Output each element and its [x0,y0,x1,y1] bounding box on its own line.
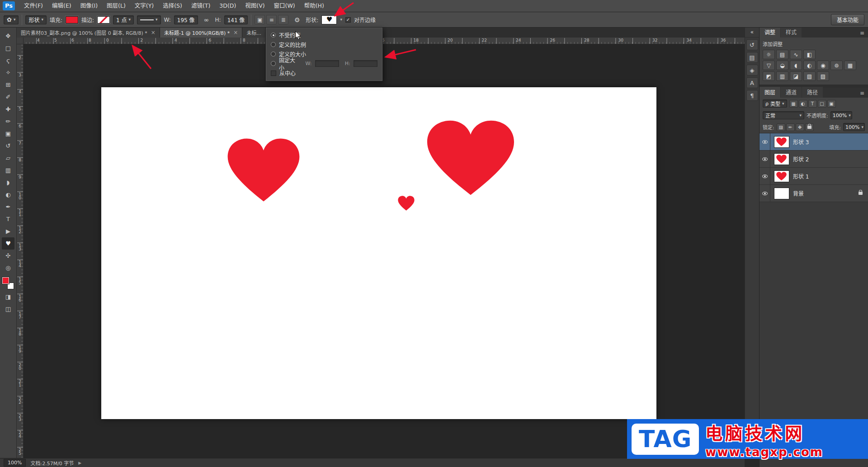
path-selection-tool[interactable]: ▶ [2,225,14,237]
tab-adjustments[interactable]: 调整 [760,27,780,38]
character-panel-icon[interactable]: A [746,77,758,88]
geometry-option[interactable]: 固定大小W:H: [266,59,382,68]
layer-thumbnail[interactable] [774,153,789,165]
stroke-color-swatch[interactable] [97,16,110,24]
custom-shape-tool[interactable]: ♥ [2,237,14,250]
fill-color-swatch[interactable] [66,16,78,24]
black-white-icon[interactable]: ◐ [803,61,816,70]
menu-item[interactable]: 图像(I) [76,0,102,12]
geometry-option[interactable]: 定义的比例 [266,40,382,49]
opacity-input[interactable]: 100% ▾ [830,111,852,119]
layer-row[interactable]: 形状 1 [760,168,868,185]
invert-icon[interactable]: ◩ [763,71,775,81]
tool-mode-select[interactable]: 形状 ▾ [25,15,47,24]
quick-mask-button[interactable]: ◨ [2,291,14,303]
document-tab[interactable]: 图片素材03_副本.png @ 100% (图层 0 副本, RGB/8) *× [17,28,160,38]
blend-mode-select[interactable]: 正常 ▾ [763,111,804,119]
visibility-toggle[interactable] [760,133,770,150]
color-balance-icon[interactable]: ◖ [790,61,802,70]
dodge-tool[interactable]: ◐ [2,189,14,201]
rectangular-marquee-tool[interactable]: □ [2,42,14,54]
eraser-tool[interactable]: ▱ [2,152,14,164]
canvas-viewport[interactable] [24,44,745,458]
radio-icon[interactable] [271,52,276,57]
vibrance-icon[interactable]: ▽ [763,61,775,70]
lock-all-icon[interactable] [805,123,814,131]
screen-mode-button[interactable]: ◫ [2,303,14,315]
foreground-background-swatches[interactable] [2,277,14,289]
lock-position-icon[interactable]: ✥ [796,123,804,131]
shape-picker[interactable]: ♥ [321,15,337,24]
channel-mixer-icon[interactable]: ⊚ [830,61,843,70]
crop-tool[interactable]: ⊞ [2,79,14,91]
visibility-toggle[interactable] [760,185,770,202]
layer-thumbnail[interactable] [774,136,789,148]
panel-menu-icon[interactable]: ≡ [856,28,868,38]
layer-row[interactable]: 形状 2 [760,151,868,168]
photo-filter-icon[interactable]: ◉ [817,61,829,70]
path-alignment-button[interactable]: ≡ [266,15,277,24]
menu-item[interactable]: 滤镜(T) [187,0,215,12]
menu-item[interactable]: 选择(S) [158,0,187,12]
close-icon[interactable]: × [233,29,238,36]
checkbox-icon[interactable] [271,71,276,76]
lasso-tool[interactable]: ϛ [2,54,14,66]
paragraph-panel-icon[interactable]: ¶ [746,90,758,101]
expand-panels-button[interactable]: « [745,28,759,38]
clone-stamp-tool[interactable]: ▣ [2,127,14,140]
type-tool[interactable]: T [2,213,14,225]
brush-tool[interactable]: ✏ [2,115,14,127]
layer-row[interactable]: 背景 [760,185,868,202]
menu-item[interactable]: 文件(F) [19,0,47,12]
menu-item[interactable]: 图层(L) [102,0,130,12]
path-arrangement-button[interactable]: ≣ [278,15,288,24]
tab-layers[interactable]: 图层 [760,87,780,98]
close-icon[interactable]: × [151,29,156,36]
menu-item[interactable]: 窗口(W) [269,0,300,12]
selective-color-icon[interactable]: ▧ [803,71,816,81]
layer-row[interactable]: 形状 3 [760,133,868,151]
exposure-icon[interactable]: ◧ [803,50,816,59]
align-edges-checkbox[interactable]: ✓ [345,17,351,23]
document-canvas[interactable] [101,87,656,419]
threshold-icon[interactable]: ◪ [790,71,802,81]
geometry-option[interactable]: 不受约束 [266,30,382,40]
menu-item[interactable]: 编辑(E) [47,0,76,12]
layer-thumbnail[interactable] [774,188,789,199]
layer-filter-select[interactable]: ρ 类型 ▾ [763,99,787,108]
visibility-toggle[interactable] [760,168,770,184]
menu-item[interactable]: 视图(V) [241,0,269,12]
path-operations-button[interactable]: ▣ [255,15,265,24]
fixed-width-input[interactable] [315,60,339,67]
zoom-tool[interactable]: ◎ [2,262,14,274]
filter-adjustment-layers-icon[interactable]: ◐ [799,100,807,108]
tab-styles[interactable]: 样式 [781,27,802,38]
eyedropper-tool[interactable]: ✐ [2,91,14,103]
levels-icon[interactable]: ▤ [776,50,788,59]
shape-height-input[interactable]: 141 像 [224,15,248,24]
workspace-switcher-button[interactable]: 基本功能 [831,14,864,25]
tool-preset-dropdown[interactable]: ✿ ▾ [4,15,19,24]
radio-icon[interactable] [271,61,276,66]
tab-channels[interactable]: 通道 [781,87,802,98]
horizontal-ruler[interactable]: 4568024681012141618202224262830323436 [24,38,745,44]
pen-tool[interactable]: ✒ [2,201,14,213]
stroke-width-input[interactable]: 1 点 ▾ [113,15,134,24]
tab-paths[interactable]: 路径 [802,87,823,98]
radio-selected-icon[interactable] [271,33,276,38]
geometry-option[interactable]: 从中心 [266,68,382,78]
vertical-ruler[interactable]: 2345678910111213141516171819202122232425 [17,44,24,458]
gradient-map-icon[interactable]: ▨ [817,71,829,81]
radio-icon[interactable] [271,42,276,47]
lock-pixels-icon[interactable]: ✏ [786,123,795,131]
layer-fill-input[interactable]: 100% ▾ [843,123,865,131]
menu-item[interactable]: 文字(Y) [130,0,158,12]
brightness-contrast-icon[interactable]: ☼ [763,50,775,59]
hand-tool[interactable]: ✣ [2,250,14,262]
lock-transparency-icon[interactable]: ▨ [777,123,785,131]
properties-panel-icon[interactable]: ▤ [746,52,758,63]
shape-width-input[interactable]: 195 像 [174,15,198,24]
curves-icon[interactable]: ∿ [790,50,802,59]
panel-menu-icon[interactable]: ≡ [856,89,868,98]
menu-item[interactable]: 帮助(H) [300,0,329,12]
